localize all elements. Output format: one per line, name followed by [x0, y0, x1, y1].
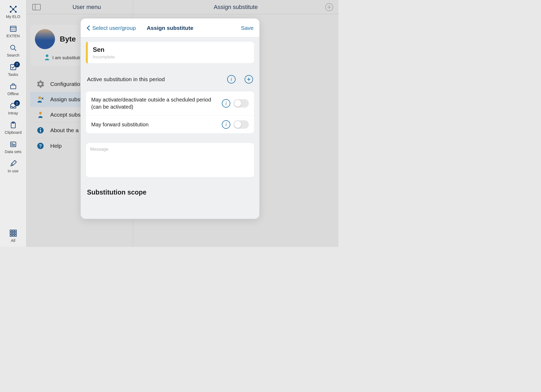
header-right: Assign substitute	[133, 0, 338, 14]
add-button[interactable]	[325, 3, 333, 11]
svg-rect-30	[12, 235, 14, 236]
toggle-row-forward: May forward substitution i	[86, 115, 254, 133]
nav-label: In use	[8, 169, 19, 173]
svg-line-6	[13, 7, 16, 9]
nav-all[interactable]: All	[0, 226, 26, 247]
nav-label: All	[11, 238, 15, 243]
menu-label: Assign subst	[50, 96, 82, 103]
active-period-label: Active substitution in this period	[87, 76, 165, 82]
svg-rect-26	[10, 232, 12, 234]
nav-inuse[interactable]: In use	[0, 156, 26, 176]
svg-text:?: ?	[39, 144, 42, 149]
person-icon	[44, 54, 50, 62]
save-button[interactable]: Save	[241, 25, 254, 31]
svg-line-22	[12, 164, 13, 165]
grid-icon	[9, 229, 18, 238]
avatar	[35, 29, 55, 49]
nav-label: Data sets	[5, 149, 21, 154]
nav-search[interactable]: Search	[0, 41, 26, 60]
svg-rect-32	[33, 4, 40, 10]
clipboard-icon	[9, 121, 18, 130]
nav-rail: My ELO ELO EXTEN Search 7 Tasks Offline …	[0, 0, 26, 247]
back-label: Select user/group	[92, 25, 136, 31]
nav-label: Tasks	[8, 72, 18, 77]
svg-rect-31	[15, 235, 16, 236]
svg-line-5	[11, 7, 13, 9]
activate-info-button[interactable]: i	[222, 99, 230, 108]
info-icon	[36, 126, 44, 134]
nav-clipboard[interactable]: Clipboard	[0, 118, 26, 137]
svg-point-41	[40, 128, 41, 129]
svg-rect-29	[10, 235, 12, 236]
back-button[interactable]: Select user/group	[86, 25, 136, 31]
network-icon	[9, 5, 18, 14]
nav-intray[interactable]: 2 Intray	[0, 99, 26, 118]
forward-switch[interactable]	[233, 120, 249, 129]
substituting-text: I am substituti	[52, 55, 80, 61]
svg-rect-24	[12, 230, 14, 232]
briefcase-icon	[9, 82, 18, 91]
nav-my-elo[interactable]: My ELO	[0, 2, 26, 21]
svg-rect-25	[15, 230, 16, 232]
nav-label: My ELO	[6, 14, 20, 19]
svg-rect-40	[40, 130, 41, 132]
page-title: Assign substitute	[133, 4, 338, 11]
user-menu-title: User menu	[41, 4, 133, 11]
menu-label: Configuratio	[50, 81, 80, 87]
svg-line-8	[13, 9, 16, 12]
selected-name: Sen	[93, 46, 249, 53]
nav-tasks[interactable]: 7 Tasks	[0, 60, 26, 79]
activate-switch[interactable]	[233, 99, 249, 108]
nav-label: Search	[7, 53, 20, 57]
nav-datasets[interactable]: Data sets	[0, 137, 26, 156]
svg-rect-28	[15, 232, 16, 234]
pencil-icon	[9, 159, 18, 168]
svg-point-12	[11, 45, 15, 49]
header-left: User menu	[26, 0, 133, 14]
svg-point-38	[39, 112, 42, 114]
nav-offline[interactable]: Offline	[0, 79, 26, 99]
svg-line-13	[14, 49, 16, 51]
person-swap-icon	[36, 95, 44, 103]
sidebar-toggle-icon[interactable]	[32, 4, 41, 10]
toggle-label: May forward substitution	[91, 121, 219, 128]
form-icon	[9, 140, 18, 149]
nav-label: EXTEN	[6, 34, 20, 38]
toggle-row-activate: May activate/deactivate outside a schedu…	[86, 91, 254, 115]
modal-header: Select user/group Assign substitute Save	[81, 19, 259, 38]
svg-rect-27	[12, 232, 14, 234]
period-info-button[interactable]: i	[227, 75, 236, 84]
nav-exten[interactable]: ELO EXTEN	[0, 21, 26, 41]
person-accept-icon	[36, 111, 44, 119]
message-input[interactable]	[86, 143, 254, 177]
selected-substitute-card[interactable]: Sen Incomplete	[86, 42, 254, 63]
svg-rect-23	[10, 230, 12, 232]
modal-body: Sen Incomplete Active substitution in th…	[81, 38, 259, 219]
message-card	[86, 143, 254, 177]
calendar-icon: ELO	[9, 24, 18, 33]
help-icon: ?	[36, 142, 44, 150]
nav-label: Offline	[7, 91, 19, 96]
svg-text:ELO: ELO	[11, 29, 15, 31]
menu-label: Help	[50, 143, 62, 149]
toggle-label: May activate/deactivate outside a schedu…	[91, 96, 219, 110]
selected-status: Incomplete	[93, 54, 249, 60]
nav-label: Clipboard	[4, 130, 21, 135]
menu-label: Accept subs	[50, 112, 80, 118]
toggle-card: May activate/deactivate outside a schedu…	[86, 91, 254, 133]
svg-point-37	[38, 96, 41, 99]
user-name: Byte	[60, 35, 76, 43]
intray-badge: 2	[14, 100, 20, 106]
gear-icon	[36, 80, 44, 88]
scope-heading: Substitution scope	[81, 177, 259, 196]
add-period-button[interactable]	[245, 75, 253, 84]
svg-point-36	[46, 54, 48, 57]
svg-rect-15	[11, 85, 16, 89]
forward-info-button[interactable]: i	[222, 120, 230, 129]
nav-label: Intray	[8, 111, 18, 115]
menu-label: About the a	[50, 127, 79, 133]
search-icon	[9, 43, 18, 52]
tasks-badge: 7	[14, 62, 20, 67]
active-period-row: Active substitution in this period i	[81, 63, 259, 89]
svg-line-7	[11, 9, 13, 12]
